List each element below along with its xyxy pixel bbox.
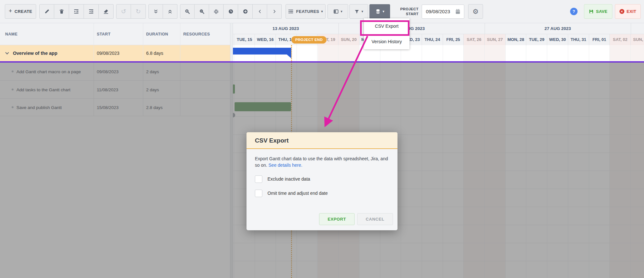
- eraser-icon: [103, 9, 109, 14]
- create-button-label: CREATE: [15, 9, 32, 14]
- column-header-start[interactable]: START: [97, 23, 111, 45]
- gantt-week-label: 13 AUG 2023: [233, 23, 338, 34]
- undo-redo-group: ↺ ↻: [116, 4, 146, 19]
- project-start-label: PROJECT START: [393, 7, 418, 16]
- gantt-week-label: 20 AUG 2023: [338, 23, 485, 34]
- gantt-day-cell: FRI, 01: [589, 34, 610, 45]
- zoom-out-button[interactable]: [195, 4, 209, 19]
- table-header: NAME START DURATION RESOURCES: [0, 23, 230, 45]
- pencil-icon: [44, 9, 50, 14]
- gantt-day-cell: MON, 28: [506, 34, 527, 45]
- trash-icon: [59, 9, 64, 14]
- filter-icon: [354, 9, 359, 14]
- view-button-group: [180, 4, 282, 19]
- zoom-out-icon: [199, 9, 205, 14]
- caret-down-icon: ▾: [321, 9, 323, 14]
- modal-title: CSV Export: [247, 132, 397, 149]
- delete-task-button[interactable]: [54, 4, 69, 19]
- columns-button[interactable]: ▾: [327, 4, 348, 19]
- compress-icon: [214, 9, 219, 14]
- caret-down-icon: ▾: [341, 9, 343, 14]
- modal-description: Export Gantt chart data to use the data …: [255, 155, 394, 169]
- task-duration: 6.8 days: [146, 51, 163, 56]
- omit-time-label: Omit time and adjust end date: [267, 190, 328, 196]
- features-button[interactable]: FEATURES ▾: [286, 4, 326, 19]
- database-icon: [375, 9, 381, 14]
- undo-button[interactable]: ↺: [116, 4, 131, 19]
- menu-item-csv-export[interactable]: CSV Export: [364, 18, 409, 34]
- gantt-day-cell: WED, 30: [547, 34, 568, 45]
- filter-button[interactable]: ▾: [349, 4, 368, 19]
- clear-button[interactable]: [99, 4, 114, 19]
- csv-export-modal: CSV Export Export Gantt chart data to us…: [247, 132, 397, 230]
- gantt-week-label: 27 AUG 2023: [485, 23, 631, 34]
- column-header-resources[interactable]: RESOURCES: [183, 23, 210, 45]
- indent-icon: [74, 9, 79, 14]
- calendar-icon[interactable]: [455, 9, 461, 15]
- caret-down-icon: ▾: [383, 9, 385, 14]
- summary-bar[interactable]: [233, 48, 294, 59]
- edit-button-group: [39, 4, 114, 19]
- gantt-day-cell: WED, 16: [255, 34, 276, 45]
- scroll-left-button[interactable]: [253, 4, 267, 19]
- outdent-button[interactable]: [84, 4, 99, 19]
- columns-icon: [333, 9, 339, 14]
- fit-to-screen-button[interactable]: [209, 4, 224, 19]
- expand-all-button[interactable]: [148, 4, 163, 19]
- redo-icon: ↻: [136, 8, 141, 15]
- menu-item-version-history[interactable]: Version History: [364, 34, 409, 49]
- zoom-in-icon: [185, 9, 190, 14]
- gantt-day-cell: TUE, 15: [234, 34, 255, 45]
- exclude-inactive-checkbox[interactable]: [255, 175, 262, 183]
- cancel-button[interactable]: CANCEL: [357, 213, 393, 225]
- chevron-right-icon: [272, 9, 277, 14]
- gantt-day-cell: SUN, 03: [631, 34, 644, 45]
- task-name: Overview of the app: [13, 51, 57, 56]
- scroll-right-button[interactable]: [267, 4, 282, 19]
- gantt-day-cell: SAT, 26: [464, 34, 485, 45]
- floppy-icon: [589, 9, 594, 14]
- x-circle-icon: ✕: [619, 9, 624, 14]
- gantt-day-cell: THU, 24: [422, 34, 443, 45]
- go-to-date-button[interactable]: [238, 4, 253, 19]
- help-button[interactable]: ?: [570, 8, 578, 15]
- double-chevron-down-icon: [153, 9, 158, 14]
- expand-collapse-group: [148, 4, 177, 19]
- column-header-duration[interactable]: DURATION: [146, 23, 168, 45]
- export-button[interactable]: EXPORT: [319, 213, 355, 225]
- project-end-badge: PROJECT END: [291, 36, 327, 44]
- outdent-icon: [88, 9, 94, 14]
- gantt-day-cell: THU, 31: [568, 34, 589, 45]
- redo-button[interactable]: ↻: [131, 4, 146, 19]
- gantt-day-cell: SUN, 20: [338, 34, 359, 45]
- table-row-overview[interactable]: Overview of the app 09/08/2023 6.8 days: [0, 45, 230, 61]
- data-export-menu-button[interactable]: ▾: [369, 4, 390, 19]
- collapse-all-button[interactable]: [163, 4, 177, 19]
- current-time-button[interactable]: [224, 4, 238, 19]
- gantt-day-cell: FRI, 25: [443, 34, 464, 45]
- question-icon: ?: [573, 9, 575, 14]
- checklist-icon: [288, 9, 294, 14]
- exclude-inactive-label: Exclude inactive data: [267, 176, 310, 182]
- see-details-link[interactable]: See details here.: [268, 163, 302, 168]
- settings-button[interactable]: ⚙: [468, 4, 483, 19]
- edit-task-button[interactable]: [39, 4, 54, 19]
- exit-button[interactable]: ✕ EXIT: [615, 4, 641, 19]
- project-start-date-input[interactable]: [425, 8, 455, 15]
- caret-down-icon: ▾: [361, 9, 363, 14]
- indent-button[interactable]: [69, 4, 84, 19]
- double-chevron-up-icon: [167, 9, 173, 14]
- export-dropdown-menu: CSV Export Version History: [364, 18, 409, 49]
- save-button-label: SAVE: [596, 9, 608, 14]
- gantt-day-cell: SAT, 02: [610, 34, 631, 45]
- zoom-in-button[interactable]: [180, 4, 195, 19]
- gantt-week-row: 13 AUG 202320 AUG 202327 AUG 2023: [233, 23, 644, 34]
- chevron-down-icon[interactable]: [5, 51, 9, 54]
- column-header-name[interactable]: NAME: [5, 23, 17, 45]
- gear-icon: ⚙: [473, 8, 479, 15]
- features-button-label: FEATURES: [296, 9, 319, 14]
- exit-button-label: EXIT: [627, 9, 636, 14]
- save-button[interactable]: SAVE: [584, 4, 612, 19]
- omit-time-checkbox[interactable]: [255, 190, 262, 197]
- create-button[interactable]: + CREATE: [5, 4, 36, 19]
